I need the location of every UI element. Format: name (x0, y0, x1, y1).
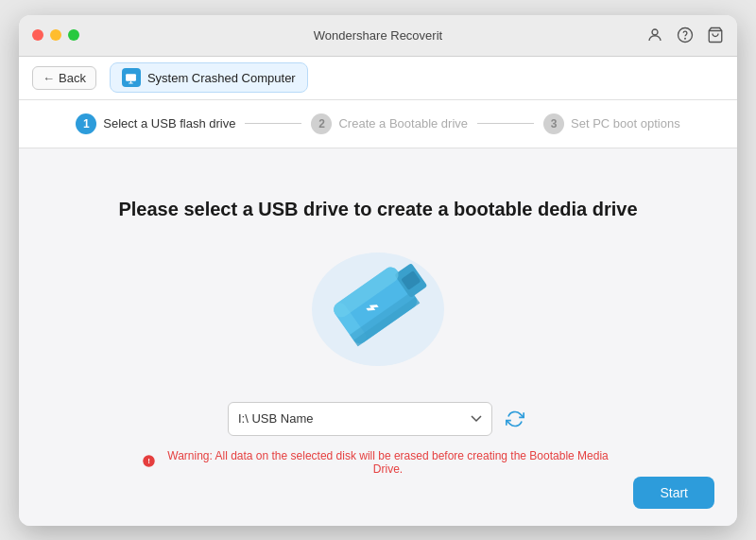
back-arrow-icon: ← (43, 71, 55, 85)
step-1-label: Select a USB flash drive (103, 116, 235, 131)
back-button[interactable]: ← Back (32, 66, 96, 90)
steps-container: 1 Select a USB flash drive 2 Create a Bo… (76, 113, 679, 134)
steps-bar: 1 Select a USB flash drive 2 Create a Bo… (19, 100, 737, 148)
usb-illustration: ⌁ (302, 243, 454, 375)
warning-text: Warning: All data on the selected disk w… (162, 449, 614, 476)
refresh-button[interactable] (502, 406, 528, 432)
back-label: Back (59, 71, 86, 85)
svg-rect-4 (126, 74, 136, 81)
user-icon[interactable] (646, 26, 663, 44)
window-title: Wondershare Recoverit (314, 28, 442, 43)
step-1: 1 Select a USB flash drive (76, 113, 235, 134)
content-area: 1 Select a USB flash drive 2 Create a Bo… (19, 100, 737, 526)
step-3: 3 Set PC boot options (543, 113, 680, 134)
step-3-circle: 3 (543, 113, 564, 134)
app-window: Wondershare Recoverit ← Back (19, 15, 737, 526)
step-2-label: Create a Bootable drive (338, 116, 468, 131)
cart-icon[interactable] (707, 26, 724, 44)
svg-text:!: ! (147, 457, 150, 465)
maximize-button[interactable] (68, 29, 79, 41)
section-tab-icon (122, 68, 141, 87)
step-2: 2 Create a Bootable drive (311, 113, 468, 134)
start-button[interactable]: Start (633, 477, 714, 509)
section-tab[interactable]: System Crashed Computer (110, 62, 308, 93)
step-2-circle: 2 (311, 113, 332, 134)
titlebar-action-icons (646, 26, 724, 44)
svg-point-2 (685, 38, 686, 39)
usb-drive-select[interactable]: I:\ USB Name (228, 402, 492, 436)
step-1-circle: 1 (76, 113, 96, 134)
usb-svg: ⌁ (312, 253, 444, 366)
step-3-label: Set PC boot options (571, 116, 680, 131)
warning-icon: ! (142, 454, 156, 471)
svg-point-0 (652, 29, 658, 35)
step-connector-2 (477, 123, 534, 124)
close-button[interactable] (32, 29, 43, 41)
main-area: Please select a USB drive to create a bo… (19, 148, 737, 526)
dropdown-row: I:\ USB Name (228, 402, 528, 436)
main-title: Please select a USB drive to create a bo… (118, 199, 637, 220)
window-controls (32, 29, 79, 41)
warning-row: ! Warning: All data on the selected disk… (142, 449, 614, 476)
toolbar: ← Back System Crashed Computer (19, 57, 737, 100)
titlebar: Wondershare Recoverit (19, 15, 737, 57)
help-icon[interactable] (677, 26, 694, 44)
minimize-button[interactable] (50, 29, 61, 41)
start-button-row: Start (633, 477, 714, 509)
step-connector-1 (245, 123, 301, 124)
section-tab-label: System Crashed Computer (147, 71, 296, 85)
